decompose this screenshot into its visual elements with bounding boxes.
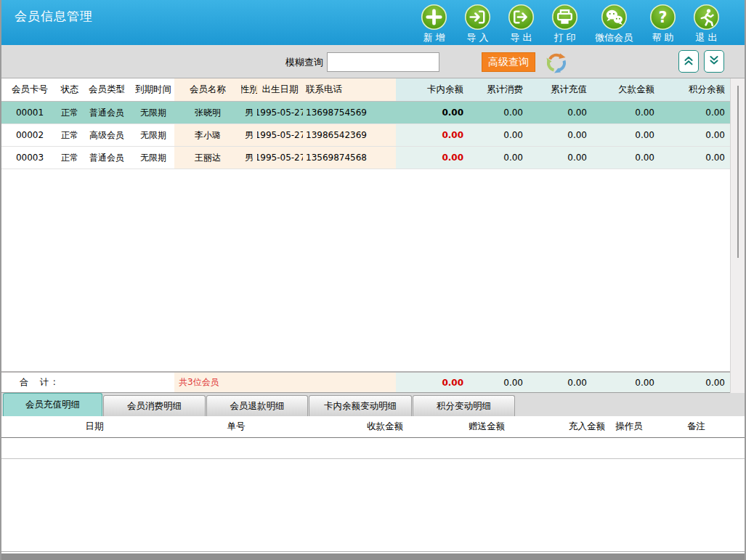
column-header: 欠款金额 bbox=[592, 78, 660, 101]
toolbar-button-label: 退 出 bbox=[695, 31, 717, 44]
member-count-text: 共3位会员 bbox=[174, 373, 396, 392]
summary-label: 合 计: bbox=[1, 373, 174, 392]
cell-expiry: 无限期 bbox=[132, 147, 174, 169]
cell-status: 正常 bbox=[58, 124, 81, 146]
member-row[interactable]: 00001 正常 普通会员 无限期 张晓明 男 1995-05-27 13698… bbox=[1, 102, 730, 124]
detail-table-header: 日期 单号 收款金额 赠送金额 充入金额 操作员 备注 bbox=[1, 416, 745, 438]
tab-refund-detail[interactable]: 会员退款明细 bbox=[206, 395, 308, 416]
print-button[interactable]: 打 印 bbox=[551, 4, 578, 45]
cell-recharge: 0.00 bbox=[528, 124, 592, 146]
import-icon bbox=[464, 4, 491, 31]
expand-down-button[interactable] bbox=[704, 50, 724, 73]
vertical-scrollbar[interactable] bbox=[730, 78, 745, 393]
member-table-header: 会员卡号 状态 会员类型 到期时间 会员名称 性别 出生日期 联系电话 卡内余额… bbox=[1, 78, 730, 102]
help-button[interactable]: ? 帮 助 bbox=[649, 4, 676, 45]
cell-consume: 0.00 bbox=[469, 124, 528, 146]
cell-gender: 男 bbox=[241, 102, 257, 123]
export-icon bbox=[508, 4, 535, 31]
column-header: 会员名称 bbox=[174, 78, 241, 101]
window-bottom-edge bbox=[1, 551, 745, 560]
column-header: 会员卡号 bbox=[1, 78, 58, 101]
cell-debt: 0.00 bbox=[592, 124, 660, 146]
cell-name: 李小璐 bbox=[174, 124, 241, 146]
cell-phone: 13569874568 bbox=[303, 147, 396, 169]
collapse-up-button[interactable] bbox=[678, 50, 699, 73]
column-header: 会员类型 bbox=[81, 78, 132, 101]
tab-consume-detail[interactable]: 会员消费明细 bbox=[103, 395, 206, 416]
cell-type: 普通会员 bbox=[81, 102, 132, 123]
column-header: 联系电话 bbox=[303, 78, 396, 101]
cell-debt: 0.00 bbox=[592, 102, 660, 123]
search-bar: 模糊查询 高级查询 bbox=[1, 45, 745, 78]
advanced-search-button[interactable]: 高级查询 bbox=[482, 52, 535, 72]
summary-points: 0.00 bbox=[660, 373, 730, 392]
import-button[interactable]: 导 入 bbox=[464, 4, 491, 45]
member-table-zone: 会员卡号 状态 会员类型 到期时间 会员名称 性别 出生日期 联系电话 卡内余额… bbox=[1, 78, 745, 393]
help-icon: ? bbox=[649, 4, 676, 31]
scrollbar-thumb[interactable] bbox=[737, 86, 739, 258]
printer-icon bbox=[551, 4, 578, 31]
cell-phone: 13986542369 bbox=[303, 124, 396, 146]
tab-balance-change-detail[interactable]: 卡内余额变动明细 bbox=[309, 395, 412, 416]
summary-row: 合 计: 共3位会员 0.00 0.00 0.00 0.00 0.00 bbox=[1, 371, 730, 393]
detail-column-header: 操作员 bbox=[610, 416, 648, 437]
cell-card-no: 00001 bbox=[1, 102, 58, 123]
cell-balance: 0.00 bbox=[396, 102, 469, 123]
column-header: 性别 bbox=[241, 78, 257, 101]
column-header: 累计消费 bbox=[469, 78, 528, 101]
toolbar-button-label: 导 入 bbox=[466, 31, 488, 44]
tab-recharge-detail[interactable]: 会员充值明细 bbox=[3, 393, 102, 416]
fuzzy-search-label: 模糊查询 bbox=[285, 56, 323, 69]
column-header: 到期时间 bbox=[132, 78, 174, 101]
toolbar-button-label: 帮 助 bbox=[652, 31, 673, 44]
cell-type: 高级会员 bbox=[81, 124, 132, 146]
member-row[interactable]: 00002 正常 高级会员 无限期 李小璐 男 1995-05-27 13986… bbox=[1, 124, 730, 147]
collapse-controls bbox=[678, 50, 724, 73]
exit-button[interactable]: 退 出 bbox=[693, 4, 720, 45]
title-bar: 会员信息管理 新 增 导 入 bbox=[1, 0, 745, 45]
cell-consume: 0.00 bbox=[469, 102, 528, 123]
member-row[interactable]: 00003 正常 普通会员 无限期 王丽达 男 1995-05-27 13569… bbox=[1, 147, 730, 169]
detail-column-header: 赠送金额 bbox=[408, 416, 510, 437]
cell-balance: 0.00 bbox=[396, 124, 469, 146]
detail-empty-area bbox=[1, 459, 745, 551]
detail-column-header: 单号 bbox=[187, 416, 285, 437]
summary-recharge: 0.00 bbox=[528, 373, 592, 392]
tab-points-change-detail[interactable]: 积分变动明细 bbox=[413, 395, 515, 416]
cell-type: 普通会员 bbox=[81, 147, 132, 169]
page-title: 会员信息管理 bbox=[15, 8, 93, 45]
wechat-icon bbox=[601, 4, 628, 31]
table-empty-area bbox=[1, 169, 730, 371]
detail-empty-row bbox=[1, 438, 745, 459]
chevron-double-down-icon bbox=[707, 53, 721, 70]
cell-status: 正常 bbox=[58, 102, 81, 123]
column-header: 累计充值 bbox=[528, 78, 592, 101]
toolbar-button-label: 微信会员 bbox=[595, 31, 633, 44]
cell-birth: 1995-05-27 bbox=[257, 147, 303, 169]
summary-balance: 0.00 bbox=[396, 373, 469, 392]
cell-points: 0.00 bbox=[660, 102, 730, 123]
toolbar-button-label: 导 出 bbox=[510, 31, 532, 44]
detail-column-header: 日期 bbox=[1, 416, 187, 437]
bottom-bar bbox=[1, 553, 745, 560]
cell-expiry: 无限期 bbox=[132, 124, 174, 146]
cell-phone: 13698754569 bbox=[303, 102, 396, 123]
cell-card-no: 00002 bbox=[1, 124, 58, 146]
toolbar: 新 增 导 入 导 出 bbox=[421, 4, 720, 45]
cell-consume: 0.00 bbox=[469, 147, 528, 169]
toolbar-button-label: 打 印 bbox=[554, 31, 575, 44]
add-member-button[interactable]: 新 增 bbox=[421, 4, 447, 45]
wechat-member-button[interactable]: 微信会员 bbox=[595, 4, 633, 45]
detail-tab-bar: 会员充值明细 会员消费明细 会员退款明细 卡内余额变动明细 积分变动明细 bbox=[1, 393, 745, 416]
svg-text:?: ? bbox=[659, 9, 668, 26]
fuzzy-search-input[interactable] bbox=[327, 52, 439, 72]
export-button[interactable]: 导 出 bbox=[508, 4, 535, 45]
cell-balance: 0.00 bbox=[396, 147, 469, 169]
cell-debt: 0.00 bbox=[592, 147, 660, 169]
column-header: 卡内余额 bbox=[396, 78, 469, 101]
cell-birth: 1995-05-27 bbox=[257, 124, 303, 146]
detail-column-header: 充入金额 bbox=[510, 416, 610, 437]
column-header: 状态 bbox=[58, 78, 81, 101]
summary-debt: 0.00 bbox=[592, 373, 660, 392]
refresh-icon[interactable] bbox=[545, 51, 568, 74]
